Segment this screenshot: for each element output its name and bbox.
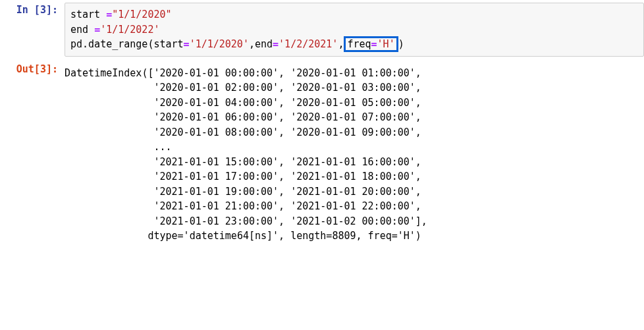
input-prompt: In [3]: [0, 3, 65, 18]
code-token: '1/1/2020' [190, 38, 249, 50]
code-token: date_range [88, 38, 148, 50]
code-token: = [371, 38, 377, 50]
code-token: end [255, 38, 273, 50]
output-cell: Out[3]: DatetimeIndex(['2020-01-01 00:00… [0, 59, 644, 250]
code-token: '1/1/2022' [100, 24, 159, 36]
output-prompt: Out[3]: [0, 62, 65, 77]
code-token: , [338, 38, 344, 50]
code-token: = [106, 9, 112, 20]
code-token: , [249, 38, 255, 50]
code-token: end [70, 24, 94, 36]
highlight-freq-h: freq='H' [344, 36, 398, 52]
code-input[interactable]: start ="1/1/2020" end ='1/1/2022' pd.dat… [65, 3, 644, 57]
code-token: start [70, 9, 106, 20]
code-token: . [82, 38, 88, 50]
code-token: = [94, 24, 100, 36]
code-token: "1/1/2020" [112, 9, 171, 20]
code-token: ) [398, 38, 404, 50]
code-output: DatetimeIndex(['2020-01-01 00:00:00', '2… [65, 62, 644, 248]
code-token: '1/2/2021' [279, 38, 338, 50]
code-token: start [153, 38, 183, 50]
code-token: = [273, 38, 279, 50]
code-token: = [184, 38, 190, 50]
code-token: freq [347, 38, 371, 50]
input-cell: In [3]: start ="1/1/2020" end ='1/1/2022… [0, 0, 644, 59]
code-token: pd [70, 38, 82, 50]
code-token: 'H' [377, 38, 395, 50]
